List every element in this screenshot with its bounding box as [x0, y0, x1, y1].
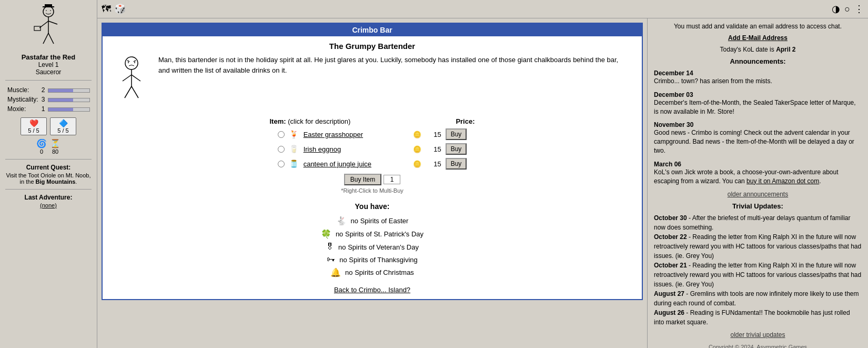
item-row-0: 🍹 Easter grasshopper 🪙 15 Buy — [113, 128, 631, 140]
item-name-0[interactable]: Easter grasshopper — [304, 131, 409, 138]
svg-line-13 — [134, 61, 136, 62]
qty-input[interactable] — [383, 175, 400, 184]
you-have-title: You have: — [113, 202, 631, 211]
last-adventure-link[interactable]: (none) — [40, 202, 57, 208]
price-icon-2: 🪙 — [413, 160, 421, 168]
item-price-1: 15 — [426, 145, 441, 153]
bartender-figure — [113, 55, 150, 109]
buy-button-0[interactable]: Buy — [446, 128, 467, 140]
svg-point-11 — [125, 57, 138, 69]
bartender-text: Man, this bartender is not in the holida… — [158, 55, 631, 75]
svg-point-14 — [128, 62, 129, 63]
price-icon-1: 🪙 — [413, 145, 421, 153]
items-header: Item: (click for description) Price: — [113, 117, 631, 125]
ann-text-1: December's Item-of-the-Month, the Sealed… — [654, 98, 862, 116]
item-icon-1: 🥛 — [289, 144, 299, 154]
spirit-icon-1: 🍀 — [321, 229, 331, 239]
crimbo-box: Crimbo Bar The Grumpy Bartender — [102, 23, 643, 300]
item-icon-0: 🍹 — [289, 129, 299, 140]
older-trivial-link: older trivial updates — [654, 331, 862, 339]
sidebar: Pastafar the Red Level 1 Sauceror Muscle… — [0, 0, 97, 348]
ann-entry-3: March 06 KoL's own Jick wrote a book, a … — [654, 161, 862, 186]
crimbo-body: The Grumpy Bartender — [103, 36, 642, 299]
item-icon-2: 🫙 — [289, 158, 299, 169]
back-link-anchor[interactable]: Back to Crimbo... Island? — [334, 286, 410, 294]
svg-point-0 — [43, 6, 54, 17]
svg-line-9 — [43, 33, 48, 44]
ann-date-3: March 06 — [654, 161, 862, 168]
spirit-row-4: 🔔 no Spirits of Christmas — [113, 267, 631, 277]
email-warning: You must add and validate an email addre… — [654, 23, 862, 30]
char-level: Level 1 Sauceror — [5, 61, 92, 76]
item-radio-0[interactable] — [278, 131, 285, 138]
spirit-row-3: 🗝 no Spirits of Thanksgiving — [113, 255, 631, 264]
right-click-note: *Right-Click to Multi-Buy — [113, 187, 631, 194]
stats-table: Muscle: 2 Mysticality: 3 Moxie: 1 — [5, 85, 92, 114]
trivial-title: Trivial Updates: — [654, 202, 862, 210]
meat-adventures-row: 🌀 0 ⏳ 80 — [5, 138, 92, 155]
copyright: Copyright © 2024, Asymmetric Games — [654, 344, 862, 348]
svg-point-15 — [134, 62, 135, 63]
spirit-row-0: 🐇 no Spirits of Easter — [113, 216, 631, 226]
ann-text-0: Crimbo... town? has arisen from the mist… — [654, 77, 862, 86]
item-radio-2[interactable] — [278, 161, 285, 167]
topbar: 🗺 🎲 ◑ ○ ⋮ — [97, 0, 868, 18]
older-trivial-anchor[interactable]: older trivial updates — [730, 331, 785, 339]
asymmetric-link[interactable]: Asymmetric Games — [756, 344, 807, 348]
item-col-header: Item: (click for description) — [269, 117, 350, 125]
ann-date-2: November 30 — [654, 121, 862, 128]
svg-line-10 — [48, 33, 54, 44]
spirit-row-2: 🎖 no Spirits of Veteran's Day — [113, 242, 631, 252]
item-radio-1[interactable] — [278, 146, 285, 153]
menu-icon[interactable]: ⋮ — [854, 3, 864, 15]
current-quest-text: Visit the Toot Oriole on Mt. Noob, in th… — [5, 172, 92, 185]
svg-line-17 — [123, 75, 132, 81]
half-moon-icon[interactable]: ◑ — [832, 3, 840, 15]
divider — [5, 80, 92, 81]
spirit-icon-2: 🎖 — [326, 242, 334, 252]
svg-rect-7 — [34, 26, 41, 31]
hp-mp-row: ❤️ 5 / 5 🔷 5 / 5 — [5, 117, 92, 135]
bartender-layout: Man, this bartender is not in the holida… — [113, 55, 631, 109]
add-email-link[interactable]: Add E-Mail Address — [728, 34, 788, 42]
last-adventure-label: Last Adventure: — [5, 194, 92, 201]
dice-icon[interactable]: 🎲 — [114, 3, 126, 15]
ann-entry-0: December 14 Crimbo... town? has arisen f… — [654, 69, 862, 86]
add-email: Add E-Mail Address — [654, 34, 862, 42]
circle-icon[interactable]: ○ — [844, 4, 850, 15]
spirit-text-0: no Spirits of Easter — [351, 217, 409, 225]
right-panel: You must add and validate an email addre… — [647, 18, 868, 348]
svg-line-19 — [125, 86, 132, 98]
item-name-2[interactable]: canteen of jungle juice — [304, 160, 409, 168]
ann-text-2: Good news - Crimbo is coming! Check out … — [654, 128, 862, 155]
item-price-2: 15 — [426, 160, 441, 168]
center-panel: Crimbo Bar The Grumpy Bartender — [97, 18, 647, 348]
char-name: Pastafar the Red — [5, 53, 92, 61]
spirit-icon-0: 🐇 — [336, 216, 347, 226]
spirit-text-3: no Spirits of Thanksgiving — [339, 256, 418, 264]
older-announcements-link: older announcements — [654, 191, 862, 198]
spirit-icon-3: 🗝 — [327, 255, 335, 264]
main-content: 🗺 🎲 ◑ ○ ⋮ Crimbo Bar The Grumpy Bartende… — [97, 0, 868, 348]
buy-button-2[interactable]: Buy — [446, 158, 467, 170]
current-quest-label: Current Quest: — [5, 164, 92, 171]
price-icon-0: 🪙 — [413, 131, 421, 138]
older-ann-anchor[interactable]: older announcements — [728, 191, 788, 198]
ann-entry-2: November 30 Good news - Crimbo is coming… — [654, 121, 862, 155]
kol-date: Today's KoL date is April 2 — [654, 46, 862, 53]
svg-rect-4 — [45, 4, 52, 7]
ann-entry-1: December 03 December's Item-of-the-Month… — [654, 91, 862, 116]
spirit-text-2: no Spirits of Veteran's Day — [338, 243, 419, 251]
spirit-text-4: no Spirits of Christmas — [345, 269, 414, 276]
map-icon[interactable]: 🗺 — [102, 4, 111, 15]
amazon-link[interactable]: buy it on Amazon dot com — [746, 177, 819, 185]
mp-box: 🔷 5 / 5 — [50, 117, 76, 135]
bartender-svg — [113, 55, 150, 107]
buy-button-1[interactable]: Buy — [446, 143, 467, 155]
crimbo-header: Crimbo Bar — [103, 24, 642, 36]
svg-line-20 — [132, 86, 138, 98]
you-have-section: You have: 🐇 no Spirits of Easter 🍀 no Sp… — [113, 202, 631, 277]
item-name-1[interactable]: Irish eggnog — [304, 145, 409, 153]
buy-item-button[interactable]: Buy Item — [344, 174, 381, 185]
avatar — [30, 4, 67, 52]
